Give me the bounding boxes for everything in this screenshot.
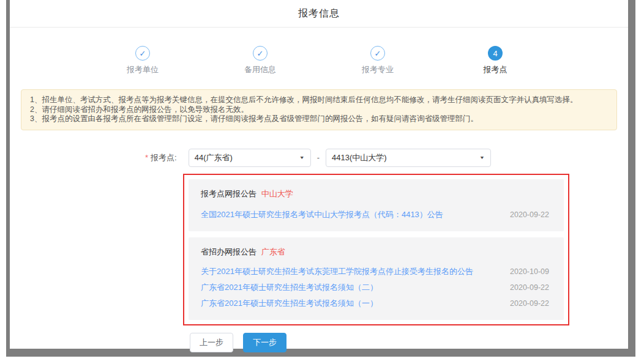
required-asterisk: *	[145, 153, 148, 162]
panel-header: 省招办网报公告 广东省	[201, 247, 552, 258]
step-check-icon: ✓	[253, 46, 268, 61]
province-select[interactable]: 44(广东省) ▼	[189, 149, 311, 167]
step-application-unit: ✓ 报考单位	[84, 46, 201, 75]
card-header: 报考信息	[10, 0, 628, 28]
step-exam-site: 4 报考点	[436, 46, 554, 75]
application-info-card: 报考信息 ✓ 报考单位 ✓ 备用信息 ✓ 报考专业	[10, 0, 628, 349]
announcement-date: 2020-09-22	[510, 207, 549, 223]
announcement-list: 关于2021年硕士研究生招生考试东莞理工学院报考点停止接受考生报名的公告 202…	[201, 264, 552, 311]
panel-title: 省招办网报公告	[201, 247, 256, 256]
exam-site-form-row: * 报考点: 44(广东省) ▼ - 4413(中山大学) ▼	[145, 149, 628, 167]
stepper: ✓ 报考单位 ✓ 备用信息 ✓ 报考专业 4 报考点	[84, 46, 554, 75]
announcement-date: 2020-09-22	[510, 280, 549, 295]
step-label: 备用信息	[244, 64, 276, 75]
step-label: 报考单位	[127, 64, 159, 75]
dropdown-arrow-icon: ▼	[479, 155, 485, 160]
exam-site-select[interactable]: 4413(中山大学) ▼	[326, 149, 491, 167]
page-background: 报考信息 ✓ 报考单位 ✓ 备用信息 ✓ 报考专业	[6, 0, 635, 357]
notice-box: 1、招生单位、考试方式、报考点等为报考关键信息，在提交信息后不允许修改，网报时间…	[21, 89, 617, 130]
announcement-row: 广东省2021年硕士研究生招生考试报名须知（一） 2020-09-22	[201, 295, 552, 311]
step-backup-info: ✓ 备用信息	[201, 46, 319, 75]
step-application-major: ✓ 报考专业	[319, 46, 436, 75]
next-step-button[interactable]: 下一步	[243, 333, 286, 352]
notice-line: 3、报考点的设置由各报考点所在省级管理部门设定，请仔细阅读报考点及省级管理部门的…	[30, 114, 608, 124]
site-announcement-panel: 报考点网报公告 中山大学 全国2021年硕士研究生报名考试中山大学报考点（代码：…	[189, 179, 564, 231]
panel-highlight: 广东省	[261, 247, 285, 256]
step-check-icon: ✓	[370, 46, 385, 61]
announcement-date: 2020-10-09	[510, 264, 549, 280]
panel-highlight: 中山大学	[261, 189, 293, 198]
exam-site-label: 报考点:	[151, 152, 177, 163]
announcements-highlight-box: 报考点网报公告 中山大学 全国2021年硕士研究生报名考试中山大学报考点（代码：…	[183, 174, 569, 325]
exam-site-select-value: 4413(中山大学)	[332, 152, 387, 163]
announcement-link[interactable]: 全国2021年硕士研究生报名考试中山大学报考点（代码：4413）公告	[201, 207, 443, 223]
notice-line: 2、请仔细阅读省招办和报考点的网报公告，以免导致报名无效。	[30, 105, 608, 115]
announcement-date: 2020-09-22	[510, 295, 549, 311]
notice-line: 1、招生单位、考试方式、报考点等为报考关键信息，在提交信息后不允许修改，网报时间…	[30, 95, 608, 105]
step-number-badge: 4	[488, 46, 503, 61]
announcement-link[interactable]: 广东省2021年硕士研究生招生考试报名须知（一）	[201, 295, 378, 311]
announcement-link[interactable]: 关于2021年硕士研究生招生考试东莞理工学院报考点停止接受考生报名的公告	[201, 264, 473, 280]
panel-header: 报考点网报公告 中山大学	[201, 188, 552, 199]
footer-buttons: 上一步 下一步	[190, 333, 628, 352]
step-label: 报考点	[484, 64, 507, 75]
announcement-row: 广东省2021年硕士研究生招生考试报名须知（二） 2020-09-22	[201, 280, 552, 295]
province-announcement-panel: 省招办网报公告 广东省 关于2021年硕士研究生招生考试东莞理工学院报考点停止接…	[189, 237, 564, 320]
step-check-icon: ✓	[135, 46, 150, 61]
dropdown-arrow-icon: ▼	[299, 155, 305, 160]
province-select-value: 44(广东省)	[195, 152, 233, 163]
announcement-row: 全国2021年硕士研究生报名考试中山大学报考点（代码：4413）公告 2020-…	[201, 207, 552, 223]
page-title: 报考信息	[298, 7, 340, 20]
step-label: 报考专业	[362, 64, 394, 75]
select-separator: -	[317, 153, 320, 162]
previous-step-button[interactable]: 上一步	[190, 333, 233, 352]
announcement-link[interactable]: 广东省2021年硕士研究生招生考试报名须知（二）	[201, 280, 378, 295]
announcement-row: 关于2021年硕士研究生招生考试东莞理工学院报考点停止接受考生报名的公告 202…	[201, 264, 552, 280]
panel-title: 报考点网报公告	[201, 189, 256, 198]
